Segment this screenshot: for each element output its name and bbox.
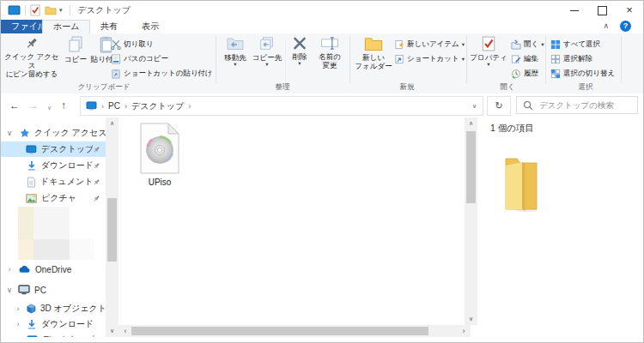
horizontal-scrollbar-thumb[interactable] xyxy=(131,327,428,335)
breadcrumb-separator[interactable]: › xyxy=(101,102,104,111)
chevron-collapsed-icon[interactable]: › xyxy=(13,320,23,328)
pc-label: PC xyxy=(34,286,46,295)
select-none-button[interactable]: 選択解除 xyxy=(550,52,592,65)
desktop-window-icon xyxy=(8,5,21,16)
pushpin-icon xyxy=(25,36,39,51)
main-vertical-scrollbar[interactable]: ∧ ∨ xyxy=(465,117,477,325)
breadcrumb-pc[interactable]: PC xyxy=(108,101,120,111)
sidebar-item-documents[interactable]: ドキュメント xyxy=(1,174,106,190)
chevron-expanded-icon[interactable]: ∨ xyxy=(4,286,15,294)
sidebar-item-quick-access[interactable]: ∨ クイック アクセス xyxy=(1,125,106,141)
open-label: 開く xyxy=(524,39,538,50)
paste-shortcut-button[interactable]: ショートカットの貼り付け xyxy=(111,67,213,80)
shortcut-button[interactable]: ショートカット ▾ xyxy=(394,52,465,65)
help-icon[interactable]: ? xyxy=(620,21,631,32)
breadcrumb[interactable]: › PC › デスクトップ › ∨ xyxy=(80,96,483,116)
downloads-icon xyxy=(27,160,37,171)
dropdown-icon: ▾ xyxy=(462,57,465,62)
tab-home[interactable]: ホーム xyxy=(42,20,90,34)
iso-file-icon xyxy=(140,123,179,174)
ribbon-subdivider xyxy=(285,40,286,80)
quick-access-label: クイック アクセス xyxy=(34,127,106,139)
copy-icon xyxy=(68,36,83,53)
sidebar-item-onedrive[interactable]: › OneDrive xyxy=(1,262,106,277)
chevron-expanded-icon[interactable]: ∨ xyxy=(4,129,15,137)
copy-button[interactable]: コピー xyxy=(63,36,88,63)
move-to-button[interactable]: 移動先 ▾ xyxy=(221,36,250,67)
sidebar-item-3d-objects[interactable]: › 3D オブジェクト xyxy=(1,301,106,316)
sidebar-item-desktop[interactable]: デスクトップ xyxy=(1,141,106,157)
title-bar: ▾ デスクトップ × xyxy=(1,1,643,20)
sidebar-scrollbar-thumb[interactable] xyxy=(107,198,117,262)
edit-button[interactable]: 編集 xyxy=(511,52,538,65)
close-button[interactable]: × xyxy=(616,1,643,20)
qat-dropdown-icon[interactable]: ▾ xyxy=(59,7,63,14)
chevron-collapsed-icon[interactable]: › xyxy=(4,265,15,274)
sidebar-item-pc[interactable]: ∨ PC xyxy=(1,282,106,298)
address-bar: ← → ∨ ↑ › PC › デスクトップ › ∨ ↻ xyxy=(1,93,643,118)
scroll-up-icon[interactable]: ∧ xyxy=(106,119,118,128)
breadcrumb-separator[interactable]: › xyxy=(125,102,127,111)
copy-to-button[interactable]: コピー先 ▾ xyxy=(252,36,283,67)
refresh-button[interactable]: ↻ xyxy=(487,96,511,116)
select-all-button[interactable]: すべて選択 xyxy=(550,38,600,51)
horizontal-scrollbar[interactable]: ‹ › xyxy=(118,325,471,337)
maximize-button[interactable] xyxy=(588,1,616,20)
new-folder-button[interactable]: 新しい フォルダー xyxy=(355,36,392,70)
open-button[interactable]: 開く ▾ xyxy=(511,38,544,51)
pictures-icon xyxy=(26,194,37,203)
sidebar-scrollbar[interactable]: ∧ ∨ xyxy=(106,117,118,337)
qat-new-folder-icon[interactable] xyxy=(45,5,57,15)
pin-label: クイック アクセス にピン留めする xyxy=(4,52,59,78)
tab-view[interactable]: 表示 xyxy=(131,20,169,33)
properties-button[interactable]: プロパティ ▾ xyxy=(470,36,507,67)
sidebar-item-pc-downloads[interactable]: › ダウンロード xyxy=(1,316,106,332)
tab-share[interactable]: 共有 xyxy=(90,20,128,33)
pin-icon xyxy=(93,162,100,170)
pin-to-quick-access-button[interactable]: クイック アクセス にピン留めする xyxy=(4,36,59,78)
sidebar-pictures-label: ピクチャ xyxy=(41,192,76,204)
file-name: UPiso xyxy=(149,178,172,187)
desktop-icon xyxy=(26,145,37,154)
history-button[interactable]: 履歴 xyxy=(511,67,538,80)
search-input[interactable] xyxy=(538,99,631,111)
address-dropdown-icon[interactable]: ∨ xyxy=(472,103,477,110)
scroll-down-icon[interactable]: ∨ xyxy=(465,315,477,323)
cut-button[interactable]: 切り取り xyxy=(111,38,153,51)
pin-icon xyxy=(93,178,100,186)
scroll-up-icon[interactable]: ∧ xyxy=(465,119,477,128)
rename-button[interactable]: 名前の 変更 xyxy=(313,36,346,69)
qat-properties-icon[interactable] xyxy=(30,4,40,16)
breadcrumb-separator[interactable]: › xyxy=(188,102,191,111)
breadcrumb-desktop[interactable]: デスクトップ xyxy=(131,100,184,112)
chevron-collapsed-icon[interactable]: › xyxy=(13,304,23,313)
onedrive-cloud-icon xyxy=(18,265,31,274)
up-button[interactable]: ↑ xyxy=(61,98,66,113)
delete-button[interactable]: 削除 ▾ xyxy=(288,36,312,66)
dropdown-icon: ▾ xyxy=(462,42,465,47)
ribbon-collapse-icon[interactable]: ∧ xyxy=(603,21,609,30)
scroll-down-icon[interactable]: ∨ xyxy=(106,327,118,335)
file-item-upiso[interactable]: UPiso xyxy=(130,123,190,187)
sidebar-item-pictures[interactable]: ピクチャ xyxy=(1,190,106,206)
recent-locations-dropdown[interactable]: ∨ xyxy=(47,100,52,116)
sidebar-desktop-label: デスクトップ xyxy=(41,143,93,155)
new-item-button[interactable]: 新しいアイテム ▾ xyxy=(394,38,465,51)
properties-icon xyxy=(482,36,495,51)
pin-icon xyxy=(93,195,100,202)
3d-objects-label: 3D オブジェクト xyxy=(40,303,106,315)
ribbon-divider xyxy=(466,36,467,83)
window-bottom-strip xyxy=(1,337,643,343)
back-button[interactable]: ← xyxy=(9,98,20,113)
ribbon-divider xyxy=(621,36,622,83)
scroll-right-icon[interactable]: › xyxy=(459,325,469,337)
scroll-left-icon[interactable]: ‹ xyxy=(120,325,131,337)
minimize-button[interactable] xyxy=(561,1,588,20)
invert-selection-button[interactable]: 選択の切り替え xyxy=(550,67,615,80)
search-box[interactable] xyxy=(516,96,638,114)
copy-path-button[interactable]: パスのコピー xyxy=(111,52,168,65)
sidebar-item-downloads[interactable]: ダウンロード xyxy=(1,158,106,173)
main-scrollbar-thumb[interactable] xyxy=(466,131,476,203)
forward-button[interactable]: → xyxy=(28,98,39,113)
ribbon-divider xyxy=(545,36,546,83)
